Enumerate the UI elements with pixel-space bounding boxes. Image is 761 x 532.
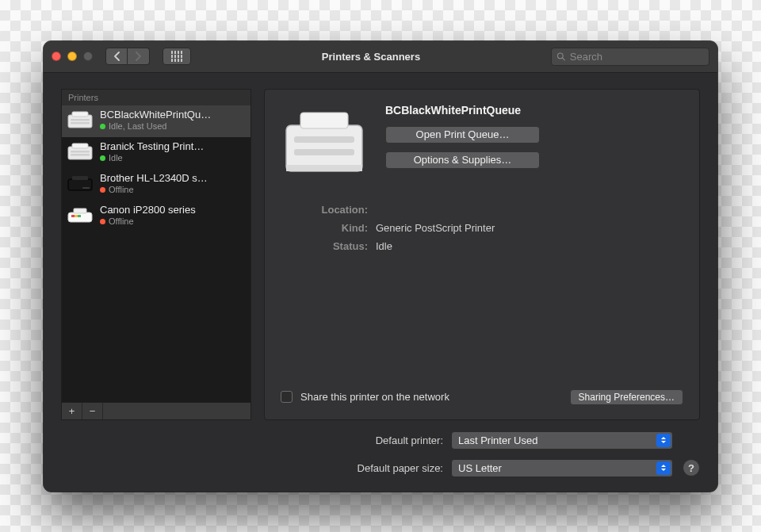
printer-detail: BCBlackWhitePrintQueue Open Print Queue…… — [264, 89, 700, 420]
printer-list: Printers BCBlackWhitePrintQu… Idle, Last… — [61, 89, 251, 420]
chevron-updown-icon — [656, 434, 671, 447]
prefs-window: Printers & Scanners Printers BCBlackWhit… — [44, 41, 717, 492]
forward-button — [128, 48, 150, 65]
back-button[interactable] — [105, 48, 128, 65]
status-led-icon — [100, 124, 105, 129]
open-queue-button[interactable]: Open Print Queue… — [385, 126, 540, 144]
printer-name: Canon iP2800 series — [100, 204, 196, 216]
content: Printers BCBlackWhitePrintQu… Idle, Last… — [44, 73, 717, 492]
printer-icon — [67, 174, 94, 194]
show-all-button[interactable] — [163, 48, 191, 65]
status-led-icon — [100, 187, 105, 193]
chevron-updown-icon — [656, 461, 671, 475]
printer-status: Idle, Last Used — [100, 121, 211, 132]
printer-name: BCBlackWhitePrintQu… — [100, 109, 211, 121]
share-checkbox[interactable] — [281, 391, 293, 403]
printer-list-header: Printers — [62, 90, 250, 105]
nav-back-forward — [105, 48, 150, 65]
window-controls — [52, 52, 93, 61]
search-icon — [556, 52, 566, 62]
printer-title: BCBlackWhitePrintQueue — [385, 104, 683, 117]
printer-large-icon — [281, 104, 368, 183]
close-icon[interactable] — [52, 52, 61, 61]
printer-status: Offline — [100, 185, 208, 196]
default-paper-label: Default paper size: — [61, 462, 451, 474]
share-label: Share this printer on the network — [300, 391, 562, 403]
printer-list-body: BCBlackWhitePrintQu… Idle, Last Used Bra… — [62, 105, 250, 402]
printer-icon — [67, 142, 94, 163]
minimize-icon[interactable] — [67, 52, 77, 61]
printer-row[interactable]: Branick Testing Print… Idle — [62, 137, 250, 169]
search-input[interactable] — [570, 51, 704, 63]
status-led-icon — [100, 155, 105, 161]
printer-icon — [67, 110, 94, 131]
remove-printer-button[interactable]: − — [82, 403, 103, 419]
printer-icon — [67, 205, 94, 226]
printer-info: Location: Kind: Generic PostScript Print… — [281, 204, 683, 252]
options-supplies-button[interactable]: Options & Supplies… — [385, 151, 540, 169]
defaults: Default printer: Last Printer Used Defau… — [61, 431, 700, 477]
status-led-icon — [100, 219, 105, 224]
printer-status: Idle — [100, 153, 204, 164]
default-printer-select[interactable]: Last Printer Used — [451, 431, 673, 450]
status-value: Idle — [376, 240, 683, 252]
printer-name: Branick Testing Print… — [100, 140, 204, 153]
titlebar: Printers & Scanners — [44, 41, 717, 73]
window-title: Printers & Scanners — [199, 51, 543, 63]
printer-row[interactable]: BCBlackWhitePrintQu… Idle, Last Used — [62, 105, 250, 137]
kind-label: Kind: — [281, 222, 368, 234]
printer-status: Offline — [100, 216, 196, 228]
printer-name: Brother HL-L2340D s… — [100, 172, 208, 185]
kind-value: Generic PostScript Printer — [376, 222, 683, 234]
add-printer-button[interactable]: + — [62, 403, 82, 419]
help-button[interactable]: ? — [683, 459, 700, 477]
svg-line-18 — [563, 58, 565, 60]
printer-row[interactable]: Brother HL-L2340D s… Offline — [62, 169, 250, 201]
zoom-icon — [83, 52, 93, 61]
status-label: Status: — [281, 240, 368, 252]
svg-point-17 — [557, 53, 563, 59]
location-value — [376, 204, 683, 216]
printer-row[interactable]: Canon iP2800 series Offline — [62, 201, 250, 232]
list-toolbar: + − — [62, 402, 250, 419]
search-field[interactable] — [551, 48, 709, 66]
grid-icon — [171, 51, 182, 62]
default-paper-select[interactable]: US Letter — [451, 459, 673, 477]
sharing-prefs-button[interactable]: Sharing Preferences… — [570, 389, 683, 405]
share-row: Share this printer on the network Sharin… — [281, 373, 683, 405]
default-printer-label: Default printer: — [61, 434, 451, 446]
location-label: Location: — [281, 204, 368, 216]
